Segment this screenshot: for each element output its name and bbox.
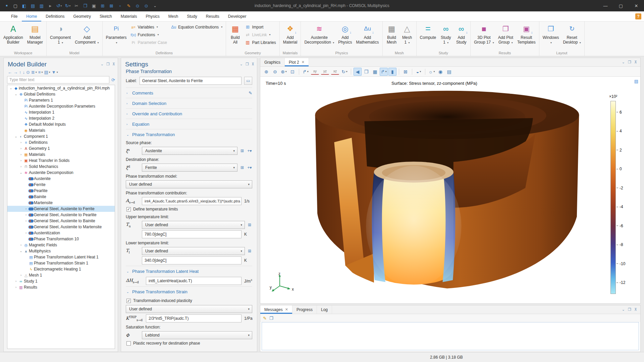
panel-pin-icon[interactable]: ⊼ [112, 62, 115, 66]
tree-item[interactable]: Bainite [7, 194, 115, 200]
tree-item[interactable]: ⌄◐Component 1 [7, 133, 115, 139]
expander-icon[interactable]: › [19, 141, 23, 144]
add-phase-icon[interactable]: +▾ [247, 148, 252, 153]
expander-icon[interactable]: › [14, 286, 18, 289]
tree-item[interactable]: ›≡Definitions [7, 139, 115, 145]
menu-physics[interactable]: Physics [141, 11, 164, 21]
open-file-icon[interactable]: ◧ [20, 2, 28, 10]
messages-tab-progress[interactable]: Progress [292, 305, 317, 314]
forward-icon[interactable]: → [13, 70, 18, 75]
collapse-all-icon[interactable]: ≡▾ [38, 70, 43, 75]
tree-item[interactable]: ◉Materials [7, 127, 115, 133]
menu-developer[interactable]: Developer [224, 11, 251, 21]
expander-icon[interactable]: › [19, 243, 23, 247]
section-comments[interactable]: ›Comments ✎ [126, 87, 252, 98]
mesh-1-button[interactable]: △Mesh1 ▾ [399, 22, 415, 46]
panel-pin-icon[interactable]: ⊼ [634, 60, 637, 64]
paste-icon[interactable]: ▣ [90, 2, 98, 10]
add-phase-icon[interactable]: +▾ [247, 165, 252, 170]
maximize-button[interactable]: ▢ [613, 0, 629, 11]
section-equation[interactable]: ›Equation [126, 119, 252, 129]
insert-component-icon[interactable]: ⊞ [99, 2, 107, 10]
select-box-icon[interactable]: ▫ [116, 2, 124, 10]
tree-item[interactable]: PiAustenite Decomposition Parameters [7, 103, 115, 109]
menu-home[interactable]: Home [22, 11, 41, 21]
compute-button[interactable]: =Compute [418, 22, 438, 41]
expander-icon[interactable]: › [24, 219, 28, 223]
tree-item[interactable]: Ferrite [7, 182, 115, 188]
graphics-view[interactable]: Time=10 s Surface: Stress tensor, zz-com… [260, 77, 640, 303]
upper-limit-input[interactable]: 780.0[degC] [142, 230, 241, 238]
trip-input[interactable]: 2/3*int5_TRIP(audc.T) [146, 314, 241, 322]
tree-item[interactable]: ›AGeometry 1 [7, 145, 115, 152]
back-icon[interactable]: ← [8, 70, 12, 75]
tree-item[interactable]: ⌄≋Austenite Decomposition [7, 170, 115, 176]
expander-icon[interactable]: › [24, 207, 28, 210]
edit-field-icon[interactable]: ⊞ [247, 249, 252, 253]
edit-field-icon[interactable]: ⊞ [247, 223, 252, 227]
tree-item[interactable]: ›▣Heat Transfer in Solids [7, 158, 115, 164]
rename-button[interactable]: ▭ [244, 77, 252, 85]
view-xz-icon[interactable]: xz [331, 69, 339, 75]
lock-icon[interactable]: ⊠ [401, 68, 410, 76]
image-effects-icon[interactable]: ◒▾ [415, 68, 423, 76]
move-up-icon[interactable]: ↑ [19, 70, 21, 75]
section-phase-transformation[interactable]: ⌄Phase Transformation [126, 129, 252, 139]
parameters-button[interactable]: PiParameters ▾ [104, 22, 129, 46]
tree-item[interactable]: General Steel, Austenite to Martensite [7, 224, 115, 230]
tree-item[interactable]: ›◎Magnetic Fields [7, 242, 115, 248]
minimize-button[interactable]: — [598, 0, 613, 11]
orientation-icon[interactable]: ↱▾ [380, 68, 388, 76]
section-override[interactable]: ›Override and Contribution [126, 108, 252, 119]
close-button[interactable]: ✕ [629, 0, 644, 11]
import-button[interactable]: ⊞Import [243, 23, 278, 31]
tree-item[interactable]: ⌄◆induction_hardening_of_a_cylindrical_p… [7, 85, 115, 91]
austenite-decomposition-button[interactable]: ≋AusteniteDecomposition ▾ [302, 22, 336, 46]
expander-icon[interactable]: › [24, 213, 28, 217]
plot-group-3d-button[interactable]: ■3D PlotGroup 17 ▾ [472, 22, 496, 46]
tree-item[interactable]: ›▦Materials [7, 152, 115, 158]
equation-contributions-button[interactable]: ΔuEquation Contributions▾ [169, 23, 224, 31]
variables-button[interactable]: a=Variables▾ [129, 23, 169, 31]
draw-highlight-icon[interactable]: ✎ [125, 2, 133, 10]
menu-file[interactable]: File [7, 11, 22, 21]
undo-icon[interactable]: ↺▾ [55, 2, 63, 10]
trip-checkbox[interactable]: ✓ [126, 299, 131, 303]
define-limits-checkbox-row[interactable]: ✓ Define temperature limits [126, 207, 252, 212]
functions-button[interactable]: f(x)Functions▾ [129, 31, 169, 39]
view-yz-icon[interactable]: yz [321, 69, 329, 75]
parameter-case-button[interactable]: PiParameter Case [129, 39, 169, 46]
tree-item[interactable]: ›△Mesh 1 [7, 272, 115, 278]
tree-item[interactable]: ›Austenitization [7, 230, 115, 236]
more-commands-icon[interactable]: ⌄ [151, 2, 159, 10]
snapshot-icon[interactable]: ◉ [436, 68, 444, 76]
filter-icon[interactable]: ▼▾ [52, 70, 58, 75]
lower-limit-select[interactable]: User defined [142, 247, 245, 255]
panel-float-icon[interactable]: ❐ [628, 307, 631, 312]
tree-item[interactable]: PiParameters 1 [7, 97, 115, 103]
tree-item[interactable]: ∿Interpolation 2 [7, 115, 115, 121]
study-1-button[interactable]: ∞Study1 ▾ [438, 22, 453, 46]
zoom-out-icon[interactable]: ⊖ [271, 68, 279, 76]
zoom-extents-icon[interactable]: ⊡ [288, 68, 297, 76]
panel-float-icon[interactable]: ❐ [628, 60, 631, 64]
expand-all-icon[interactable]: ≣▾ [31, 70, 37, 75]
expander-icon[interactable]: › [24, 231, 28, 235]
menu-geometry[interactable]: Geometry [69, 11, 95, 21]
tree-item[interactable]: ❖Default Model Inputs [7, 121, 115, 127]
tree-item[interactable]: ∿Interpolation 1 [7, 109, 115, 115]
tree-item[interactable]: ▤Phase Transformation Strain 1 [7, 260, 115, 266]
speaker-icon[interactable]: ◀ [354, 68, 362, 76]
panel-pin-icon[interactable]: ⊼ [252, 62, 254, 66]
add-plot-group-button[interactable]: ❐Add PlotGroup ▾ [496, 22, 515, 46]
panel-menu-icon[interactable]: ⌄ [101, 62, 104, 66]
panel-menu-icon[interactable]: ⌄ [240, 62, 243, 66]
tree-item[interactable]: ⌄▲Multiphysics [7, 248, 115, 254]
graphics-tab-graphics[interactable]: Graphics [260, 58, 285, 66]
expander-icon[interactable]: › [19, 147, 23, 150]
go-to-view-icon[interactable]: ↱▾ [302, 68, 310, 76]
grid-icon[interactable]: ▦ [371, 68, 379, 76]
zoom-box-icon[interactable]: ⊕▾ [280, 68, 288, 76]
show-icon[interactable]: ⊙ [26, 70, 30, 75]
recovery-checkbox-row[interactable]: Plastic recovery for destination phase [126, 341, 252, 346]
